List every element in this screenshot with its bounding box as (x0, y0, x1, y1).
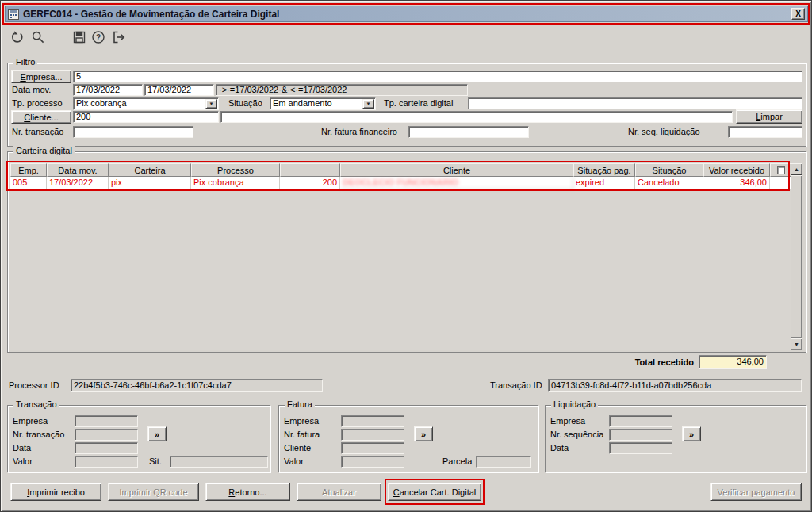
transacao-sit-field (170, 456, 268, 468)
date-from-field[interactable]: 17/03/2022 (73, 84, 143, 96)
fatura-goto-button[interactable]: » (414, 426, 433, 441)
empresa-button[interactable]: Empresa... (11, 70, 71, 83)
fatura-groupbox: Fatura Empresa Nr. fatura » Cliente Valo… (278, 405, 538, 472)
column-header-data-mov[interactable]: Data mov. (47, 163, 109, 177)
cell-processo: Pix cobrança (191, 177, 280, 189)
transacao-id-field: 04713b39-fc8d-4f72-b11d-a07bdb256cda (548, 379, 802, 392)
nr-seq-label: Nr. seq. liquidação (628, 127, 700, 137)
fatura-valor-label: Valor (284, 457, 304, 467)
column-header-situacao[interactable]: Situação (635, 163, 703, 177)
data-mov-label: Data mov. (12, 85, 51, 95)
column-header-select-all[interactable] (770, 163, 792, 177)
nr-fatura-field[interactable] (408, 126, 529, 138)
search-icon[interactable] (29, 29, 47, 46)
close-button[interactable]: X (791, 8, 805, 20)
verificar-pagamento-button[interactable]: Verificar pagamento (710, 483, 802, 501)
transacao-goto-button[interactable]: » (147, 426, 167, 441)
column-header-carteira[interactable]: Carteira (109, 163, 191, 177)
processor-id-field: 22b4f5b3-746c-46bf-b6a2-1c1f07c4cda7 (71, 379, 323, 392)
column-header-valor-recebido[interactable]: Valor recebido (703, 163, 770, 177)
total-recebido-field: 346,00 (699, 355, 767, 369)
liquidacao-empresa-field (609, 415, 672, 427)
fatura-empresa-field (341, 415, 404, 427)
atualizar-button[interactable]: Atualizar (297, 483, 381, 501)
transacao-nr-label: Nr. transação (13, 430, 64, 440)
application-window: GERFC014 - Gestão de Movimentação de Car… (0, 0, 812, 512)
situacao-label: Situação (228, 98, 262, 109)
scroll-down-button[interactable]: ▼ (791, 338, 802, 350)
fatura-parcela-label: Parcela (442, 457, 472, 467)
total-recebido-label: Total recebido (561, 357, 694, 368)
chevron-down-icon[interactable]: ▼ (205, 99, 217, 109)
cell-cliente-redacted: DEOCLECIO FUNCIONARIO (340, 177, 573, 189)
column-header-cliente[interactable]: Cliente (340, 163, 573, 177)
table-row[interactable]: 005 17/03/2022 pix Pix cobrança 200 DEOC… (10, 177, 792, 189)
cell-checkbox[interactable] (770, 177, 792, 189)
empresa-field[interactable]: 5 (73, 71, 802, 82)
cliente-button[interactable]: Cliente... (11, 110, 71, 124)
scroll-thumb[interactable] (791, 175, 802, 338)
tp-carteira-field[interactable] (468, 97, 802, 109)
grid-scrollbar[interactable]: ▲ ▼ (791, 163, 802, 350)
nr-transacao-field[interactable] (73, 126, 193, 138)
liquidacao-nr-label: Nr. sequência (550, 430, 603, 440)
cliente-code-field[interactable]: 200 (73, 111, 219, 123)
svg-text:?: ? (96, 33, 101, 42)
cell-valor-recebido: 346,00 (703, 177, 770, 189)
help-icon[interactable]: ? (90, 29, 107, 46)
carteira-digital-legend: Carteira digital (13, 146, 75, 156)
liquidacao-goto-button[interactable]: » (682, 426, 701, 441)
grid-header-row: Emp. Data mov. Carteira Processo Cliente… (10, 163, 792, 177)
transacao-legend: Transação (13, 399, 59, 410)
transacao-data-field (75, 442, 138, 454)
situacao-select[interactable]: Em andamento ▼ (270, 97, 376, 110)
column-header-situacao-pag[interactable]: Situação pag. (573, 163, 635, 177)
limpar-button[interactable]: Limpar (736, 109, 802, 124)
chevron-down-icon[interactable]: ▼ (362, 99, 374, 109)
carteira-digital-groupbox: Carteira digital Emp. Data mov. Carteira… (7, 151, 806, 353)
transacao-valor-field (75, 456, 138, 468)
select-all-checkbox[interactable] (777, 166, 785, 174)
window-title: GERFC014 - Gestão de Movimentação de Car… (23, 9, 279, 20)
cancelar-cart-digital-button[interactable]: Cancelar Cart. Digital (388, 483, 481, 501)
liquidacao-legend: Liquidação (551, 399, 598, 410)
cell-emp: 005 (10, 177, 47, 189)
liquidacao-nr-field (609, 429, 672, 441)
grid-empty-area (10, 189, 792, 350)
save-icon[interactable] (71, 29, 88, 46)
fatura-empresa-label: Empresa (284, 416, 319, 426)
scroll-up-button[interactable]: ▲ (791, 163, 802, 175)
transacao-groupbox: Transação Empresa Nr. transação » Data V… (7, 405, 270, 472)
app-icon (8, 9, 19, 20)
filtro-groupbox: Filtro Empresa... 5 Data mov. 17/03/2022… (7, 63, 806, 147)
column-header-emp[interactable]: Emp. (10, 163, 47, 177)
imprimir-qr-button[interactable]: Imprimir QR code (108, 483, 199, 501)
exit-icon[interactable] (110, 29, 128, 46)
fatura-cliente-label: Cliente (284, 443, 311, 453)
title-bar[interactable]: GERFC014 - Gestão de Movimentação de Car… (5, 6, 808, 22)
toolbar: ? (6, 27, 808, 48)
fatura-valor-field (341, 456, 404, 468)
tp-processo-select[interactable]: Pix cobrança ▼ (73, 97, 219, 110)
nr-seq-field[interactable] (728, 126, 802, 138)
imprimir-recibo-button[interactable]: Imprimir recibo (10, 483, 102, 501)
column-header-processo[interactable]: Processo (191, 163, 280, 177)
cell-carteira: pix (109, 177, 191, 189)
retorno-button[interactable]: Retorno... (205, 483, 290, 501)
cell-situacao: Cancelado (635, 177, 703, 189)
column-header-codigo[interactable] (280, 163, 340, 177)
cell-situacao-pag: expired (573, 177, 635, 189)
cliente-name-field[interactable] (220, 111, 733, 123)
transacao-sit-label: Sit. (149, 457, 162, 467)
fatura-legend: Fatura (285, 399, 315, 410)
transacao-empresa-field (75, 415, 138, 427)
date-to-field[interactable]: 17/03/2022 (144, 84, 214, 96)
nr-transacao-label: Nr. transação (12, 127, 63, 137)
fatura-parcela-field (476, 456, 531, 468)
fatura-nr-field (341, 429, 404, 441)
liquidacao-data-label: Data (550, 443, 569, 453)
liquidacao-empresa-label: Empresa (550, 416, 585, 426)
processor-id-label: Processor ID (9, 380, 59, 391)
liquidacao-data-field (609, 442, 672, 454)
refresh-icon[interactable] (9, 29, 26, 46)
